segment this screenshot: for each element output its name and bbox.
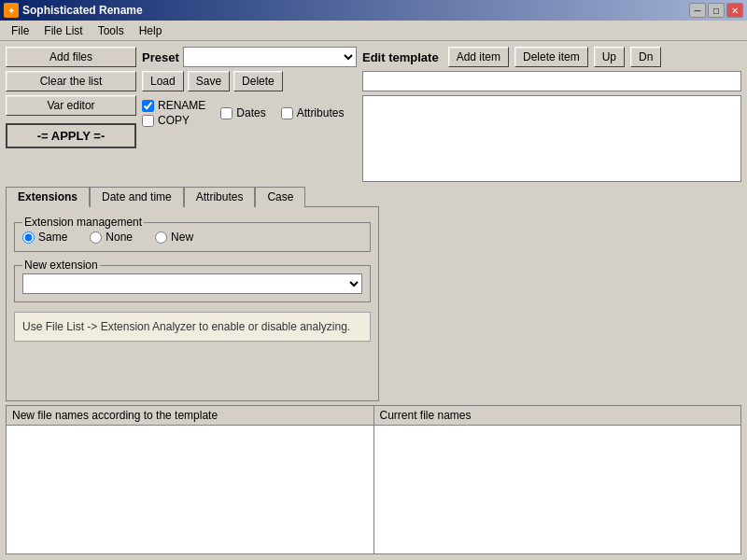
ext-same-label: Same bbox=[38, 231, 67, 244]
copy-checkbox[interactable] bbox=[142, 115, 154, 127]
file-list-area: New file names according to the template… bbox=[6, 405, 741, 554]
preset-select[interactable] bbox=[183, 47, 357, 67]
template-textarea[interactable] bbox=[362, 95, 741, 182]
apply-button[interactable]: -= APPLY =- bbox=[6, 123, 136, 148]
copy-label: COPY bbox=[158, 114, 190, 127]
menu-file-list[interactable]: File List bbox=[36, 22, 90, 39]
tab-extensions[interactable]: Extensions bbox=[6, 187, 90, 207]
attributes-label: Attributes bbox=[297, 106, 345, 119]
add-files-button[interactable]: Add files bbox=[6, 47, 136, 67]
edit-template-label: Edit template bbox=[362, 50, 439, 64]
dates-checkbox[interactable] bbox=[220, 107, 233, 119]
menu-help[interactable]: Help bbox=[132, 22, 170, 39]
tabs-container: Extensions Date and time Attributes Case… bbox=[6, 186, 379, 401]
extension-management-group: Extension management Same None New bbox=[14, 222, 371, 252]
app-icon: ✦ bbox=[4, 3, 19, 18]
new-names-header: New file names according to the template bbox=[7, 406, 374, 426]
menu-file[interactable]: File bbox=[4, 22, 36, 39]
load-button[interactable]: Load bbox=[142, 71, 184, 91]
current-names-col: Current file names bbox=[374, 406, 741, 553]
delete-item-button[interactable]: Delete item bbox=[514, 47, 588, 67]
ext-new-radio[interactable] bbox=[155, 231, 167, 244]
info-box: Use File List -> Extension Analyzer to e… bbox=[14, 312, 371, 342]
tab-date-time[interactable]: Date and time bbox=[90, 187, 184, 207]
tab-row: Extensions Date and time Attributes Case bbox=[6, 186, 379, 206]
save-button[interactable]: Save bbox=[188, 71, 230, 91]
close-button[interactable]: ✕ bbox=[726, 3, 743, 18]
new-names-body bbox=[7, 426, 374, 553]
preset-label: Preset bbox=[142, 50, 179, 64]
up-button[interactable]: Up bbox=[594, 47, 625, 67]
middle-panel: Preset Load Save Delete RENAME COPY bbox=[142, 47, 357, 182]
content-row: Extensions Date and time Attributes Case… bbox=[6, 186, 741, 401]
title-bar: ✦ Sophisticated Rename ─ □ ✕ bbox=[0, 0, 747, 21]
var-editor-button[interactable]: Var editor bbox=[6, 95, 136, 116]
new-extension-select[interactable] bbox=[22, 273, 362, 294]
rename-checkbox[interactable] bbox=[142, 100, 154, 112]
ext-same-radio[interactable] bbox=[22, 231, 35, 244]
right-panel: Edit template Add item Delete item Up Dn bbox=[362, 47, 741, 182]
minimize-button[interactable]: ─ bbox=[689, 3, 706, 18]
ext-new-label: New bbox=[171, 231, 193, 244]
add-item-button[interactable]: Add item bbox=[448, 47, 509, 67]
info-text: Use File List -> Extension Analyzer to e… bbox=[22, 320, 350, 333]
extension-management-label: Extension management bbox=[22, 216, 144, 229]
new-extension-label: New extension bbox=[22, 259, 100, 272]
rename-label: RENAME bbox=[158, 99, 205, 112]
new-names-col: New file names according to the template bbox=[7, 406, 374, 553]
clear-list-button[interactable]: Clear the list bbox=[6, 71, 136, 91]
tab-content-extensions: Extension management Same None New bbox=[6, 206, 379, 401]
template-input[interactable] bbox=[362, 71, 741, 91]
ext-none-label: None bbox=[106, 231, 133, 244]
window-title: Sophisticated Rename bbox=[22, 4, 143, 17]
delete-button[interactable]: Delete bbox=[233, 71, 283, 91]
dates-label: Dates bbox=[236, 106, 265, 119]
maximize-button[interactable]: □ bbox=[708, 3, 725, 18]
current-names-body bbox=[374, 426, 741, 553]
new-extension-group: New extension bbox=[14, 265, 371, 302]
menu-bar: File File List Tools Help bbox=[0, 21, 747, 41]
current-names-header: Current file names bbox=[374, 406, 741, 426]
ext-none-radio[interactable] bbox=[90, 231, 102, 244]
attributes-checkbox[interactable] bbox=[281, 107, 293, 119]
tab-case[interactable]: Case bbox=[255, 187, 305, 207]
dn-button[interactable]: Dn bbox=[630, 47, 661, 67]
menu-tools[interactable]: Tools bbox=[91, 22, 132, 39]
left-panel: Add files Clear the list Var editor -= A… bbox=[6, 47, 136, 182]
right-filler bbox=[385, 186, 741, 401]
main-window: Add files Clear the list Var editor -= A… bbox=[0, 41, 747, 560]
tab-attributes[interactable]: Attributes bbox=[184, 187, 256, 207]
